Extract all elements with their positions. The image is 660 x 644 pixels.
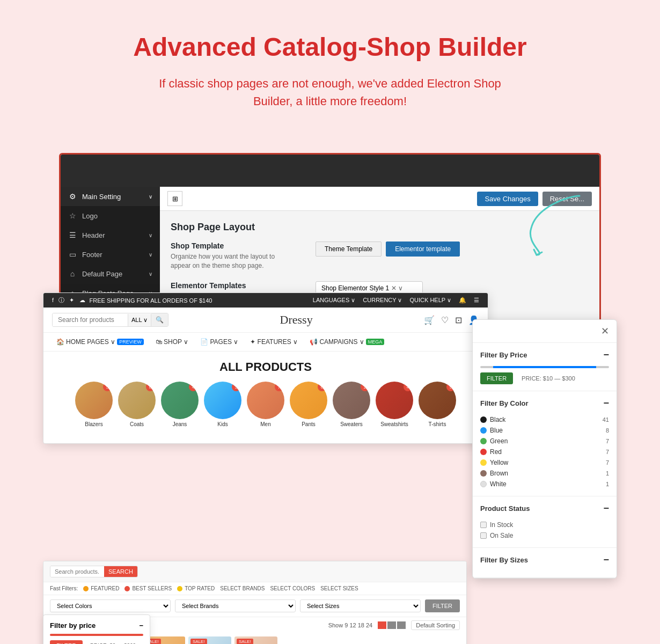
category-circle-sweatshirts[interactable]: 4 Sweatshirts (376, 382, 413, 427)
color-row-black[interactable]: Black 41 (480, 414, 609, 425)
search-box[interactable]: ALL ∨ 🔍 (52, 313, 168, 327)
select-brands-label[interactable]: SELECT BRANDS (220, 586, 265, 591)
in-stock-checkbox[interactable] (480, 522, 487, 528)
product-status-title: Product Status (480, 504, 530, 513)
small-search-box[interactable]: SEARCH (50, 566, 138, 577)
elementor-template-btn[interactable]: Elementor template (386, 241, 460, 257)
category-circle-jeans[interactable]: 4 Jeans (161, 382, 199, 427)
filter-overlay: ✕ Filter By Price − FILTER PRICE: $10 — … (472, 319, 617, 579)
colors-select[interactable]: Select Colors (50, 599, 171, 612)
nav-item-shop[interactable]: 🛍 SHOP ∨ (151, 336, 193, 348)
men-badge: 7 (275, 383, 283, 391)
filter-sizes-section: Filter By Sizes − (473, 548, 617, 578)
category-circle-tshirts[interactable]: 9 T-shirts (419, 382, 456, 427)
product-5[interactable]: SALE! (234, 636, 277, 644)
shop-nav: 🏠 HOME PAGES ∨ PREVIEW 🛍 SHOP ∨ 📄 PAGES … (43, 333, 488, 352)
price-slider[interactable] (480, 366, 609, 368)
condensed-view-icon[interactable] (397, 621, 406, 629)
tshirts-image: 9 (419, 382, 456, 419)
theme-template-btn[interactable]: Theme Template (316, 241, 382, 257)
social-icons: f ⓘ ✦ ☁ (52, 296, 85, 304)
brown-label: Brown (490, 470, 508, 477)
category-circle-men[interactable]: 7 Men (247, 382, 284, 427)
sidebar-item-default-page[interactable]: ⌂ Default Page ∨ (61, 264, 160, 283)
cart-icon[interactable]: 🛒 (424, 315, 435, 325)
filter-color-collapse[interactable]: − (603, 398, 609, 409)
status-on-sale[interactable]: On Sale (480, 530, 609, 541)
filter-sizes-collapse[interactable]: − (603, 554, 609, 566)
color-row-green[interactable]: Green 7 (480, 436, 609, 447)
nav-item-home-pages[interactable]: 🏠 HOME PAGES ∨ PREVIEW (52, 336, 148, 348)
search-button[interactable]: 🔍 (151, 313, 168, 326)
color-row-white[interactable]: White 1 (480, 479, 609, 489)
price-filter-button[interactable]: FILTER (480, 372, 513, 384)
blue-count: 8 (606, 427, 609, 434)
left-filter-button[interactable]: FILTER (50, 640, 83, 644)
on-sale-checkbox[interactable] (480, 532, 487, 539)
shop-template-desc: Organize how you want the layout to appe… (171, 252, 294, 270)
nav-item-pages[interactable]: 📄 PAGES ∨ (196, 336, 243, 348)
small-search-input[interactable] (50, 566, 104, 577)
category-circle-pants[interactable]: 6 Pants (290, 382, 327, 427)
price-range-text: PRICE: $10 — $300 (522, 375, 575, 382)
filter-best-sellers[interactable]: BEST SELLERS (124, 586, 172, 591)
all-select[interactable]: ALL ∨ (128, 314, 151, 326)
filter-top-rated[interactable]: TOP RATED (177, 586, 215, 591)
list-view-icon[interactable] (387, 621, 396, 629)
category-circle-sweaters[interactable]: 2 Sweaters (333, 382, 370, 427)
filter-price-section: Filter By Price − FILTER PRICE: $10 — $3… (473, 343, 617, 391)
small-search-button[interactable]: SEARCH (104, 566, 137, 577)
chevron-down-icon: ∨ (149, 232, 152, 238)
search-input[interactable] (53, 313, 128, 326)
filter-price-collapse[interactable]: − (603, 349, 609, 361)
language-selector[interactable]: LANGUAGES ∨ (313, 297, 356, 304)
nav-item-campaigns[interactable]: 📢 CAMPAIGNS ∨ MEGA (305, 336, 388, 348)
nav-item-features[interactable]: ✦ FEATURES ∨ (246, 336, 302, 348)
footer-icon: ▭ (68, 250, 77, 259)
color-row-yellow[interactable]: Yellow 7 (480, 457, 609, 468)
grid-icon[interactable]: ⊞ (167, 191, 182, 206)
color-row-red[interactable]: Red 7 (480, 447, 609, 457)
brands-select[interactable]: Select Brands (175, 599, 296, 612)
select-colors-label[interactable]: SELECT COLORS (270, 586, 315, 591)
select-sizes-label[interactable]: SELECT SIZES (320, 586, 358, 591)
apply-filter-button[interactable]: FILTER (425, 599, 460, 612)
status-in-stock[interactable]: In Stock (480, 519, 609, 530)
filter-collapse-icon[interactable]: − (139, 621, 143, 630)
sidebar-item-footer[interactable]: ▭ Footer ∨ (61, 245, 160, 264)
sort-select[interactable]: Default Sorting (411, 620, 460, 630)
sizes-select[interactable]: Select Sizes (300, 599, 421, 612)
filter-featured[interactable]: FEATURED (83, 586, 119, 591)
blue-label: Blue (490, 427, 503, 434)
product-4[interactable]: SALE! (188, 636, 231, 644)
jeans-label: Jeans (173, 421, 187, 427)
brown-count: 1 (606, 470, 609, 477)
green-color-label: Green (480, 437, 508, 445)
fast-filters-label: Fast Filters: (50, 586, 78, 591)
quickhelp-selector[interactable]: QUICK HELP ∨ (410, 297, 452, 304)
left-price-slider[interactable] (50, 634, 143, 636)
sidebar-item-logo[interactable]: ☆ Logo (61, 206, 160, 225)
filter-by-price-header: Filter by price − (50, 621, 143, 630)
view-options: Show 9 12 18 24 Default Sorting (328, 620, 460, 630)
kids-image: 3 (204, 382, 241, 419)
product-status-collapse[interactable]: − (603, 503, 609, 514)
wishlist-icon[interactable]: ♡ (441, 315, 449, 325)
sidebar-item-header[interactable]: ☰ Header ∨ (61, 225, 160, 245)
category-circle-blazers[interactable]: 5 Blazers (75, 382, 113, 427)
compare-icon[interactable]: ⊡ (455, 315, 462, 325)
color-row-brown[interactable]: Brown 1 (480, 468, 609, 479)
category-circle-kids[interactable]: 3 Kids (204, 382, 241, 427)
filter-close-button[interactable]: ✕ (601, 325, 609, 337)
clear-icon[interactable]: ✕ ∨ (391, 284, 403, 292)
sidebar-item-label: Main Setting (82, 193, 121, 201)
currency-selector[interactable]: CURRENCY ∨ (363, 297, 402, 304)
coats-label: Coats (130, 421, 144, 427)
grid-view-icon[interactable] (378, 621, 386, 629)
hamburger-icon[interactable]: ☰ (474, 297, 479, 304)
sweatshirts-badge: 4 (404, 383, 412, 391)
sidebar-item-main-setting[interactable]: ⚙ Main Setting ∨ (61, 187, 160, 206)
filter-sizes-title: Filter By Sizes (480, 556, 528, 564)
category-circle-coats[interactable]: 8 Coats (118, 382, 156, 427)
color-row-blue[interactable]: Blue 8 (480, 425, 609, 436)
